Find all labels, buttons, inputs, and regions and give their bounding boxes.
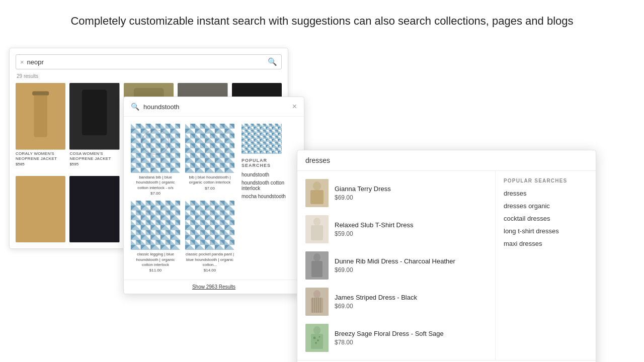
svg-rect-2: [34, 96, 47, 137]
sidebar-item-houndstooth-cotton[interactable]: houndstooth cotton interlock: [242, 180, 297, 191]
svg-point-46: [313, 182, 321, 191]
list-item[interactable]: Dunne Rib Midi Dress - Charcoal Heather …: [297, 247, 495, 284]
dress-thumbnail: [305, 215, 329, 243]
product-price: $11.00: [131, 268, 180, 273]
dress-info: Relaxed Slub T-Shirt Dress $59.00: [335, 221, 414, 237]
product-price: $595: [69, 162, 119, 166]
list-item[interactable]: classic legging | blue houndstooth | org…: [131, 201, 180, 273]
sidebar-item-mocha-houndstooth[interactable]: mocha houndstooth: [242, 194, 297, 199]
neopr-search-bar[interactable]: × 🔍: [16, 54, 282, 69]
sidebar-item-dresses[interactable]: dresses: [504, 190, 588, 197]
svg-rect-32: [131, 201, 180, 250]
list-item[interactable]: [69, 176, 119, 243]
dress-price: $69.00: [335, 266, 455, 274]
list-item[interactable]: Relaxed Slub T-Shirt Dress $59.00: [297, 211, 495, 247]
product-price: $7.00: [131, 191, 180, 196]
svg-point-55: [313, 290, 320, 298]
list-item[interactable]: bandana bib | blue houndstooth | organic…: [131, 124, 180, 196]
list-item[interactable]: CORALY WOMEN'S NEOPRENE JACKET $585: [16, 83, 65, 172]
product-image: [16, 83, 65, 150]
dress-thumbnail: [305, 288, 329, 316]
product-image: [185, 124, 234, 173]
dress-price: $69.00: [335, 194, 391, 201]
product-name: COSA WOMEN'S NEOPRENE JACKET: [69, 151, 119, 162]
show-all-results[interactable]: Show 2963 Results: [124, 280, 304, 294]
dress-thumbnail: [305, 251, 329, 280]
dresses-popular-sidebar: Popular Searches dresses dresses organic…: [495, 171, 596, 360]
product-name: bib | blue houndstooth | organic cotton …: [185, 175, 234, 186]
houndstooth-product-grid: bandana bib | blue houndstooth | organic…: [131, 124, 234, 273]
dress-info: James Striped Dress - Black $69.00: [335, 294, 417, 310]
svg-point-67: [315, 342, 317, 344]
sidebar-item-long-tshirt-dresses[interactable]: long t-shirt dresses: [504, 227, 588, 235]
product-image: [69, 176, 119, 243]
dress-info: Gianna Terry Dress $69.00: [335, 185, 391, 201]
list-item[interactable]: classic pocket panda pant | blue houndst…: [185, 201, 234, 273]
popular-searches-sidebar-title: Popular Searches: [504, 178, 588, 184]
dress-thumbnail: [305, 179, 329, 207]
list-item[interactable]: James Striped Dress - Black $69.00: [297, 284, 495, 320]
product-image: [16, 176, 65, 243]
houndstooth-search-bar[interactable]: 🔍 ×: [124, 97, 304, 117]
svg-point-49: [313, 218, 320, 226]
houndstooth-search-input[interactable]: [143, 103, 292, 111]
popular-searches-sidebar: POPULAR SEARCHES houndstooth houndstooth…: [242, 124, 297, 273]
dress-name: Gianna Terry Dress: [335, 185, 391, 193]
neopr-search-input[interactable]: [27, 58, 268, 66]
product-price: $585: [16, 162, 65, 166]
show-all-results-button[interactable]: Show All Results: [297, 360, 596, 362]
sidebar-item-cocktail-dresses[interactable]: cocktail dresses: [504, 215, 588, 222]
dresses-search-bar[interactable]: [297, 150, 596, 171]
svg-rect-44: [242, 124, 282, 154]
product-price: $14.00: [185, 268, 234, 273]
dress-name: Relaxed Slub T-Shirt Dress: [335, 221, 414, 229]
svg-point-68: [319, 336, 320, 338]
dress-name: James Striped Dress - Black: [335, 294, 417, 301]
search-icon[interactable]: 🔍: [268, 57, 277, 66]
dress-name: Dunne Rib Midi Dress - Charcoal Heather: [335, 257, 455, 265]
svg-rect-10: [69, 176, 119, 243]
dresses-search-input[interactable]: [305, 156, 588, 164]
svg-rect-1: [32, 92, 49, 96]
svg-rect-19: [131, 124, 180, 173]
product-name: CORALY WOMEN'S NEOPRENE JACKET: [16, 151, 65, 162]
hero-text: Completely customizable instant search w…: [0, 0, 644, 39]
list-item[interactable]: [16, 176, 65, 243]
sidebar-item-maxi-dresses[interactable]: maxi dresses: [504, 240, 588, 247]
list-item[interactable]: COSA WOMEN'S NEOPRENE JACKET $595: [69, 83, 119, 172]
clear-icon[interactable]: ×: [20, 58, 24, 66]
dresses-body: Gianna Terry Dress $69.00 Relaxed Slub T…: [297, 171, 596, 360]
product-price: $7.00: [185, 186, 234, 191]
popular-searches-title: POPULAR SEARCHES: [242, 158, 297, 168]
sidebar-preview-image: [242, 124, 282, 154]
svg-rect-26: [185, 124, 234, 173]
dresses-results-list: Gianna Terry Dress $69.00 Relaxed Slub T…: [297, 171, 495, 360]
svg-point-65: [313, 337, 316, 339]
svg-rect-53: [311, 261, 323, 277]
close-icon[interactable]: ×: [292, 102, 297, 111]
svg-rect-47: [310, 190, 324, 204]
sidebar-item-dresses-organic[interactable]: dresses organic: [504, 202, 588, 210]
svg-point-52: [313, 253, 320, 261]
houndstooth-panel-body: bandana bib | blue houndstooth | organic…: [124, 117, 304, 280]
dress-info: Dunne Rib Midi Dress - Charcoal Heather …: [335, 257, 455, 274]
svg-point-66: [317, 339, 319, 341]
product-name: classic pocket panda pant | blue houndst…: [185, 252, 234, 267]
product-image: [69, 83, 119, 150]
results-count: 29 results: [16, 73, 282, 79]
svg-rect-38: [185, 201, 234, 250]
houndstooth-search-panel: 🔍 ×: [123, 97, 304, 294]
list-item[interactable]: Gianna Terry Dress $69.00: [297, 175, 495, 211]
search-icon: 🔍: [131, 103, 139, 111]
dresses-search-panel: Gianna Terry Dress $69.00 Relaxed Slub T…: [297, 150, 596, 362]
dress-name: Breezy Sage Floral Dress - Soft Sage: [335, 330, 444, 337]
dress-price: $69.00: [335, 303, 417, 310]
list-item[interactable]: Breezy Sage Floral Dress - Soft Sage $78…: [297, 320, 495, 356]
svg-point-63: [313, 326, 320, 334]
dress-price: $59.00: [335, 230, 414, 237]
product-name: classic legging | blue houndstooth | org…: [131, 252, 180, 267]
svg-rect-9: [16, 176, 65, 243]
list-item[interactable]: bib | blue houndstooth | organic cotton …: [185, 124, 234, 196]
svg-rect-4: [82, 89, 107, 135]
sidebar-item-houndstooth[interactable]: houndstooth: [242, 172, 297, 177]
